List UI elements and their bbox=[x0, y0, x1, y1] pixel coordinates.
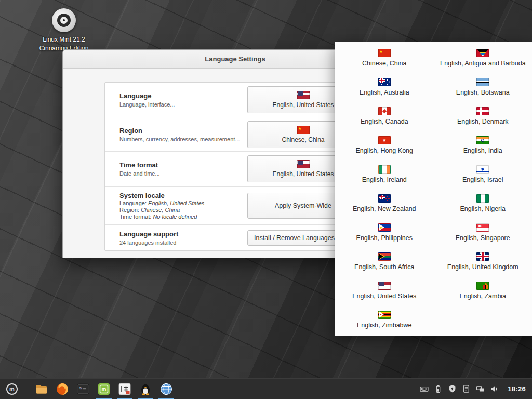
language-option[interactable]: English, Hong Kong bbox=[335, 130, 434, 159]
taskbar-clock[interactable]: 18:26 bbox=[508, 385, 526, 393]
language-option[interactable]: English, Nigeria bbox=[434, 189, 532, 218]
language-option[interactable]: English, Botswana bbox=[434, 72, 532, 101]
flag-icon bbox=[476, 223, 489, 232]
flag-icon bbox=[476, 107, 489, 115]
language-option-label: English, Zimbabwe bbox=[357, 322, 412, 329]
language-option[interactable]: English, South Africa bbox=[335, 247, 434, 276]
flag-icon bbox=[378, 165, 391, 174]
language-option[interactable]: English, Australia bbox=[335, 72, 434, 101]
flag-icon bbox=[378, 223, 391, 232]
document-tray-icon[interactable] bbox=[461, 384, 471, 394]
terminal-icon: $ bbox=[76, 382, 90, 396]
system-locale-row: System locale Language: English, United … bbox=[105, 187, 366, 225]
region-row: Region Numbers, currency, addresses, mea… bbox=[105, 117, 366, 152]
language-option[interactable]: English, New Zealand bbox=[335, 189, 434, 218]
language-option[interactable]: English, United Kingdom bbox=[434, 247, 532, 276]
volume-tray-icon[interactable] bbox=[489, 384, 499, 394]
language-picker-popup: Chinese, China English, Antigua and Barb… bbox=[335, 42, 532, 336]
desktop: Linux Mint 21.2 Cinnamon Edition Languag… bbox=[0, 0, 532, 399]
flag-icon bbox=[378, 282, 391, 290]
time-format-row-text: Time format Date and time... bbox=[119, 161, 247, 177]
language-support-subtitle: 24 languages installed bbox=[119, 240, 247, 246]
files-launcher[interactable] bbox=[31, 379, 52, 399]
language-option-label: Chinese, China bbox=[362, 60, 406, 67]
language-option[interactable]: English, Philippines bbox=[335, 218, 434, 247]
language-option[interactable]: English, Canada bbox=[335, 101, 434, 130]
language-option[interactable]: English, Zambia bbox=[434, 276, 532, 305]
language-option-label: English, South Africa bbox=[354, 263, 414, 271]
language-option-label: English, Singapore bbox=[456, 234, 510, 242]
firefox-icon bbox=[56, 382, 69, 396]
language-option[interactable]: Chinese, China bbox=[335, 43, 434, 72]
keyboard-tray-icon[interactable] bbox=[419, 384, 429, 394]
system-locale-text: System locale Language: English, United … bbox=[119, 192, 247, 220]
language-row-text: Language Language, interface... bbox=[119, 92, 247, 108]
mint-logo-icon: m bbox=[97, 382, 111, 396]
language-row-subtitle: Language, interface... bbox=[119, 101, 247, 108]
language-support-title: Language support bbox=[119, 230, 247, 238]
language-option[interactable]: English, Ireland bbox=[335, 159, 434, 189]
language-option-label: English, Philippines bbox=[356, 234, 413, 242]
blue-globe-icon bbox=[159, 382, 173, 396]
terminal-launcher[interactable]: $ bbox=[73, 379, 94, 399]
flag-icon bbox=[378, 136, 391, 144]
svg-text:m: m bbox=[102, 387, 107, 392]
desktop-icon-mint-edition[interactable]: Linux Mint 21.2 Cinnamon Edition bbox=[31, 8, 97, 53]
flag-icon bbox=[378, 107, 391, 115]
flag-icon bbox=[476, 282, 489, 290]
system-locale-region-line: Region: Chinese, China bbox=[119, 207, 247, 213]
system-locale-title: System locale bbox=[119, 192, 247, 200]
region-row-text: Region Numbers, currency, addresses, mea… bbox=[119, 127, 247, 142]
flag-icon bbox=[378, 311, 391, 319]
flag-icon bbox=[378, 49, 391, 57]
language-select-label: English, United States bbox=[272, 101, 334, 109]
mint-menu-icon: m bbox=[6, 383, 18, 395]
language-option[interactable]: English, United States bbox=[335, 276, 434, 305]
us-flag-icon bbox=[297, 91, 310, 99]
china-flag-icon bbox=[297, 126, 310, 134]
flag-icon bbox=[476, 78, 489, 86]
language-option-label: English, Australia bbox=[360, 89, 409, 96]
svg-text:m: m bbox=[9, 386, 15, 392]
language-option[interactable]: English, India bbox=[434, 130, 532, 159]
network-tray-icon[interactable] bbox=[475, 384, 485, 394]
region-row-subtitle: Numbers, currency, addresses, measuremen… bbox=[119, 136, 247, 142]
input-method-window-button[interactable] bbox=[114, 379, 135, 399]
tux-penguin-icon bbox=[139, 382, 152, 396]
input-method-icon bbox=[118, 382, 131, 396]
language-option[interactable]: English, Zimbabwe bbox=[335, 305, 434, 334]
flag-icon bbox=[476, 49, 489, 57]
locale-window-button[interactable] bbox=[156, 379, 177, 399]
mint-menu-button[interactable]: m bbox=[0, 379, 24, 399]
firefox-launcher[interactable] bbox=[52, 379, 73, 399]
window-title: Language Settings bbox=[205, 55, 265, 63]
language-option[interactable]: English, Antigua and Barbuda bbox=[434, 43, 532, 72]
language-option[interactable]: English, Denmark bbox=[434, 101, 532, 130]
language-option-label: English, Israel bbox=[462, 176, 503, 183]
language-support-text: Language support 24 languages installed bbox=[119, 230, 247, 246]
taskbar: m $ bbox=[0, 378, 532, 399]
language-row: Language Language, interface... English,… bbox=[105, 83, 366, 117]
tux-window-button[interactable] bbox=[135, 379, 156, 399]
folder-icon bbox=[35, 382, 48, 396]
us-flag-icon bbox=[297, 160, 310, 168]
language-option-label: English, United States bbox=[352, 292, 416, 300]
system-tray: 18:26 bbox=[419, 384, 532, 394]
mint-welcome-window-button[interactable]: m bbox=[94, 379, 114, 399]
region-row-title: Region bbox=[119, 127, 247, 135]
flag-icon bbox=[378, 194, 391, 203]
flag-icon bbox=[476, 194, 489, 203]
svg-text:$: $ bbox=[79, 385, 82, 390]
language-option[interactable]: English, Israel bbox=[434, 159, 532, 189]
language-option[interactable]: English, Singapore bbox=[434, 218, 532, 247]
flag-icon bbox=[476, 252, 489, 261]
shield-tray-icon[interactable] bbox=[447, 384, 457, 394]
language-option-label: English, Antigua and Barbuda bbox=[440, 60, 526, 67]
settings-box: Language Language, interface... English,… bbox=[104, 82, 367, 251]
language-option-label: English, Nigeria bbox=[460, 205, 506, 212]
language-option-label: English, Ireland bbox=[362, 176, 407, 183]
battery-tray-icon[interactable] bbox=[433, 384, 443, 394]
flag-icon bbox=[476, 165, 489, 174]
language-option-label: English, India bbox=[463, 147, 502, 154]
flag-icon bbox=[378, 78, 391, 86]
